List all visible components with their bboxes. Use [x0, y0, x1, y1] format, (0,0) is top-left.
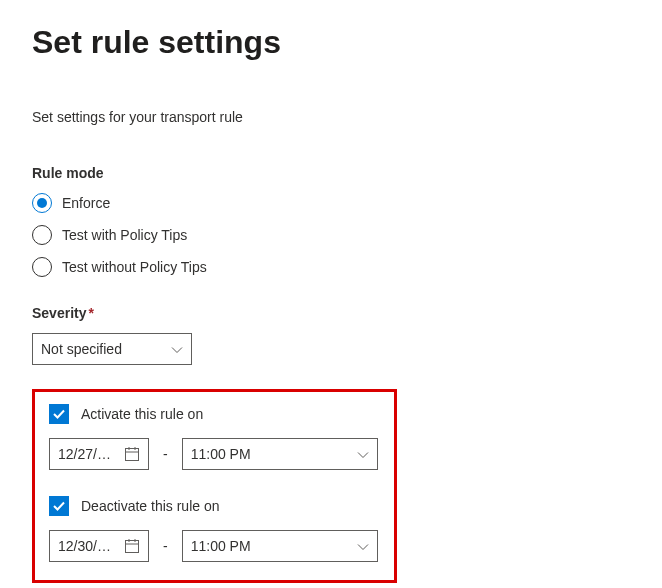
required-mark: * [88, 305, 93, 321]
deactivate-label: Deactivate this rule on [81, 498, 220, 514]
activate-dash: - [163, 446, 168, 462]
calendar-icon [124, 446, 140, 462]
chevron-down-icon [171, 343, 183, 355]
severity-label: Severity* [32, 305, 630, 321]
page-subtitle: Set settings for your transport rule [32, 109, 630, 125]
deactivate-time-value: 11:00 PM [191, 538, 251, 554]
checkbox-checked-icon [49, 404, 69, 424]
page-title: Set rule settings [32, 24, 630, 61]
activate-time-value: 11:00 PM [191, 446, 251, 462]
checkbox-checked-icon [49, 496, 69, 516]
svg-rect-0 [126, 449, 139, 461]
radio-enforce[interactable]: Enforce [32, 193, 630, 213]
rule-mode-label: Rule mode [32, 165, 630, 181]
chevron-down-icon [357, 448, 369, 460]
deactivate-daterow: 12/30/2… - 11:00 PM [49, 530, 380, 562]
radio-label: Test without Policy Tips [62, 259, 207, 275]
deactivate-date-input[interactable]: 12/30/2… [49, 530, 149, 562]
chevron-down-icon [357, 540, 369, 552]
deactivate-dash: - [163, 538, 168, 554]
date-range-highlight: Activate this rule on 12/27/2… - 11:00 P… [32, 389, 397, 583]
severity-value: Not specified [41, 341, 122, 357]
activate-label: Activate this rule on [81, 406, 203, 422]
svg-rect-4 [126, 541, 139, 553]
radio-label: Enforce [62, 195, 110, 211]
activate-date-input[interactable]: 12/27/2… [49, 438, 149, 470]
radio-label: Test with Policy Tips [62, 227, 187, 243]
radio-icon [32, 193, 52, 213]
radio-test-without-tips[interactable]: Test without Policy Tips [32, 257, 630, 277]
deactivate-date-value: 12/30/2… [58, 538, 118, 554]
activate-date-value: 12/27/2… [58, 446, 118, 462]
deactivate-checkbox-row[interactable]: Deactivate this rule on [49, 496, 380, 516]
radio-icon [32, 257, 52, 277]
radio-icon [32, 225, 52, 245]
deactivate-time-select[interactable]: 11:00 PM [182, 530, 378, 562]
calendar-icon [124, 538, 140, 554]
radio-test-with-tips[interactable]: Test with Policy Tips [32, 225, 630, 245]
activate-daterow: 12/27/2… - 11:00 PM [49, 438, 380, 470]
activate-time-select[interactable]: 11:00 PM [182, 438, 378, 470]
activate-checkbox-row[interactable]: Activate this rule on [49, 404, 380, 424]
severity-select[interactable]: Not specified [32, 333, 192, 365]
rule-mode-group: Enforce Test with Policy Tips Test witho… [32, 193, 630, 277]
